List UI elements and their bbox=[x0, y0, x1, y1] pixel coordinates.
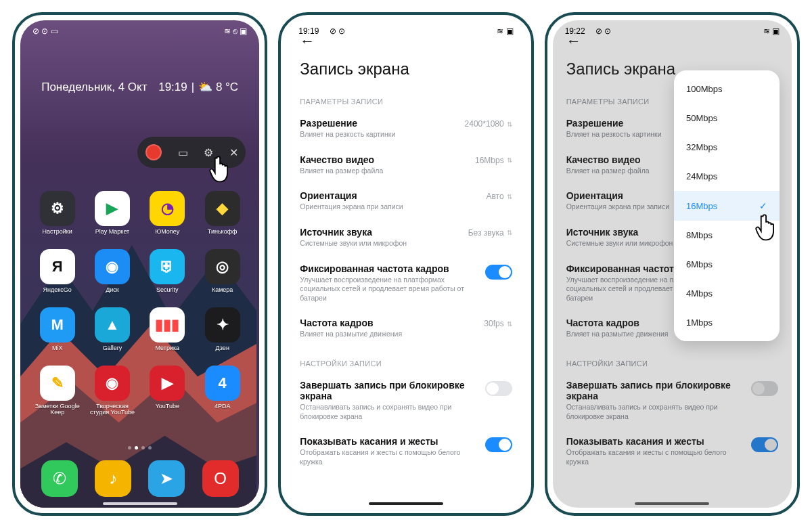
dock-music[interactable]: ♪ bbox=[95, 460, 131, 497]
app-icon[interactable]: ▶Play Маркет bbox=[87, 191, 137, 241]
dock-opera[interactable]: O bbox=[202, 460, 239, 497]
section-header: ПАРАМЕТРЫ ЗАПИСИ bbox=[300, 97, 512, 106]
app-icon[interactable]: ◉Диск bbox=[87, 249, 137, 299]
bitrate-option[interactable]: 8Mbps bbox=[674, 221, 780, 250]
app-icon[interactable]: 44PDA bbox=[198, 366, 247, 416]
toggle-off[interactable] bbox=[485, 381, 512, 396]
app-label: ЯндексGo bbox=[43, 287, 72, 299]
settings-row[interactable]: Качество видеоВлияет на размер файла16Mb… bbox=[300, 148, 512, 184]
dock: ✆♪➤O bbox=[32, 460, 247, 497]
settings-row[interactable]: Источник звукаСистемные звуки или микроф… bbox=[300, 220, 512, 257]
bitrate-option[interactable]: 1Mbps bbox=[674, 308, 780, 337]
row-end-on-lock[interactable]: Завершать запись при блокировке экрана О… bbox=[300, 373, 512, 429]
toggle-on[interactable] bbox=[485, 265, 512, 280]
home-indicator[interactable] bbox=[369, 502, 443, 505]
app-icon[interactable]: ⚙Настройки bbox=[32, 191, 82, 241]
bitrate-option[interactable]: 32Mbps bbox=[674, 133, 780, 162]
close-icon[interactable]: ✕ bbox=[229, 146, 238, 159]
weather-widget[interactable]: Понедельник, 4 Окт 19:19 | ⛅ 8 °C bbox=[20, 80, 259, 94]
app-label: Заметки Google Keep bbox=[32, 403, 82, 416]
dock-phone[interactable]: ✆ bbox=[41, 460, 78, 497]
status-icons-right: ≋ ⎋ ▣ bbox=[224, 26, 248, 36]
bitrate-option[interactable]: 6Mbps bbox=[674, 250, 780, 279]
status-time: 19:19 bbox=[298, 26, 319, 36]
phone-settings: 19:19 ⊘ ⊙ ≋ ▣ ← Запись экрана ПАРАМЕТРЫ … bbox=[278, 12, 533, 516]
app-grid: ⚙Настройки▶Play Маркет◔ЮMoney◆ТинькоффЯЯ… bbox=[32, 191, 247, 416]
toggle-on[interactable] bbox=[485, 437, 512, 452]
weather-time: 19:19 bbox=[158, 81, 187, 94]
app-label: Security bbox=[156, 287, 179, 299]
home-indicator[interactable] bbox=[635, 502, 709, 505]
app-icon[interactable]: ✦Дзен bbox=[198, 307, 247, 357]
phone-home: ⊘ ⊙ ▭ ≋ ⎋ ▣ Понедельник, 4 Окт 19:19 | ⛅… bbox=[12, 12, 267, 516]
home-indicator[interactable] bbox=[103, 502, 177, 505]
app-label: Дзен bbox=[215, 345, 229, 357]
app-label: Метрика bbox=[156, 345, 180, 357]
screen-record-toolbar[interactable]: ▭ ⚙ ✕ bbox=[137, 137, 246, 168]
settings-row[interactable]: РазрешениеВлияет на резкость картинки240… bbox=[300, 111, 512, 148]
app-icon[interactable]: ▮▮▮Метрика bbox=[143, 307, 192, 357]
bitrate-option[interactable]: 4Mbps bbox=[674, 279, 780, 308]
app-icon[interactable]: ◔ЮMoney bbox=[143, 191, 192, 241]
app-label: Настройки bbox=[43, 229, 72, 241]
app-label: MiX bbox=[52, 345, 63, 357]
app-icon[interactable]: ✎Заметки Google Keep bbox=[32, 366, 82, 416]
page-dots bbox=[20, 446, 259, 449]
app-label: Творческая студия YouTube bbox=[87, 403, 137, 416]
app-icon[interactable]: ▶YouTube bbox=[143, 366, 192, 416]
dock-telegram[interactable]: ➤ bbox=[148, 460, 185, 497]
row-framerate[interactable]: Частота кадров Влияет на размытие движен… bbox=[300, 311, 512, 347]
row-fixed-framerate[interactable]: Фиксированная частота кадров Улучшает во… bbox=[300, 257, 512, 311]
weather-day: Понедельник, 4 Окт bbox=[41, 81, 147, 94]
bitrate-option[interactable]: 100Mbps bbox=[674, 74, 780, 104]
status-bar: ⊘ ⊙ ▭ ≋ ⎋ ▣ bbox=[20, 20, 259, 39]
app-icon[interactable]: ◎Камера bbox=[198, 249, 247, 299]
bitrate-option[interactable]: 24Mbps bbox=[674, 162, 780, 191]
record-button[interactable] bbox=[145, 144, 162, 160]
recordings-icon[interactable]: ▭ bbox=[178, 146, 188, 159]
app-label: ЮMoney bbox=[155, 229, 179, 241]
app-icon[interactable]: ◆Тинькофф bbox=[198, 191, 247, 241]
bitrate-popup: 100Mbps50Mbps32Mbps24Mbps16Mbps✓8Mbps6Mb… bbox=[674, 70, 780, 341]
app-icon[interactable]: ◉Творческая студия YouTube bbox=[87, 366, 137, 416]
row-show-touches[interactable]: Показывать касания и жесты Отображать ка… bbox=[300, 429, 512, 475]
app-label: 4PDA bbox=[215, 403, 231, 416]
status-icons-left: ⊘ ⊙ ▭ bbox=[32, 26, 58, 36]
app-label: Камера bbox=[212, 287, 233, 299]
gear-icon[interactable]: ⚙ bbox=[204, 146, 213, 159]
section-header: НАСТРОЙКИ ЗАПИСИ bbox=[300, 359, 512, 368]
app-label: Gallery bbox=[103, 345, 122, 357]
app-label: YouTube bbox=[156, 403, 179, 416]
status-bar: 19:19 ⊘ ⊙ ≋ ▣ bbox=[286, 20, 525, 39]
app-label: Play Маркет bbox=[95, 229, 129, 241]
app-icon[interactable]: ЯЯндексGo bbox=[32, 249, 82, 299]
app-icon[interactable]: MMiX bbox=[32, 307, 82, 357]
weather-cond: ⛅ 8 °C bbox=[198, 80, 238, 94]
bitrate-option[interactable]: 16Mbps✓ bbox=[674, 191, 780, 221]
app-icon[interactable]: ⛨Security bbox=[143, 249, 192, 299]
page-title: Запись экрана bbox=[300, 60, 512, 79]
check-icon: ✓ bbox=[759, 200, 767, 211]
app-label: Диск bbox=[106, 287, 119, 299]
settings-row[interactable]: ОриентацияОриентация экрана при записиАв… bbox=[300, 183, 512, 220]
app-icon[interactable]: ▲Gallery bbox=[87, 307, 137, 357]
bitrate-option[interactable]: 50Mbps bbox=[674, 104, 780, 133]
phone-settings-popup: 19:22 ⊘ ⊙ ≋ ▣ ← Запись экрана ПАРАМЕТРЫ … bbox=[545, 12, 800, 516]
app-label: Тинькофф bbox=[208, 229, 238, 241]
